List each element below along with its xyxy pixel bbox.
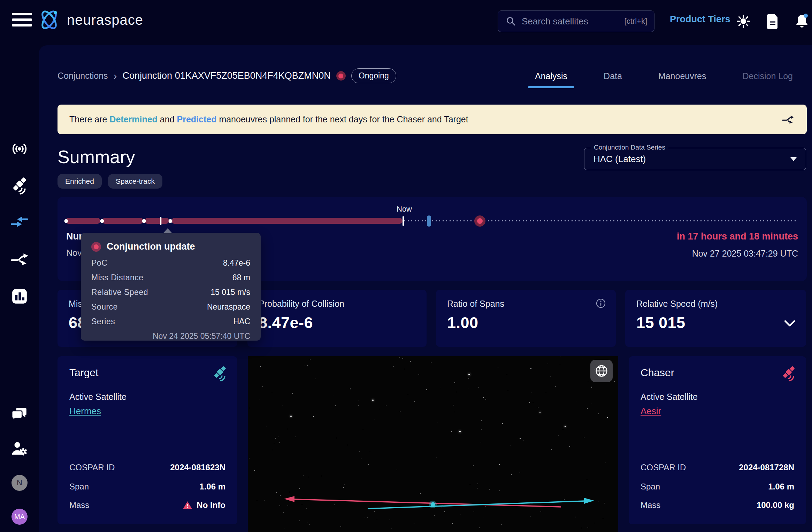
banner-text: There are Determined and Predicted manoe… bbox=[69, 114, 468, 124]
mass-value: 100.00 kg bbox=[757, 500, 794, 510]
workspace-avatar-initial: N bbox=[17, 478, 22, 487]
conjunction-3d-viewer[interactable] bbox=[248, 356, 618, 532]
poc-label: Probability of Collision bbox=[259, 299, 415, 309]
cospar-id-value: 2024-081728N bbox=[739, 463, 794, 472]
broadcast-icon bbox=[10, 140, 29, 158]
info-icon[interactable] bbox=[596, 298, 606, 309]
banner-branch-button[interactable] bbox=[781, 113, 795, 127]
span-label: Span bbox=[641, 482, 660, 492]
search-shortcut: [ctrl+k] bbox=[625, 17, 647, 26]
breadcrumb-conjunctions[interactable]: Conjunctions bbox=[58, 71, 108, 81]
conjunction-data-series-select[interactable]: Conjunction Data Series HAC (Latest) bbox=[584, 148, 806, 170]
page-title: Summary bbox=[58, 146, 135, 167]
timeline-segment[interactable] bbox=[66, 218, 100, 224]
relative-speed-value: 15 015 bbox=[636, 314, 795, 332]
chaser-card: Chaser Active Satellite Aesir COSPAR ID … bbox=[629, 356, 806, 524]
chevron-right-icon: › bbox=[114, 71, 117, 80]
sidebar-item-analytics[interactable] bbox=[11, 288, 28, 305]
page-tabs: Analysis Data Manoeuvres Decision Log bbox=[528, 68, 800, 88]
chip-space-track[interactable]: Space-track bbox=[108, 174, 162, 189]
chaser-type: Active Satellite bbox=[641, 392, 698, 402]
timeline-now-tick bbox=[403, 216, 404, 226]
left-sidebar: N MA bbox=[0, 43, 39, 532]
user-settings-icon bbox=[10, 440, 29, 458]
tab-analysis[interactable]: Analysis bbox=[528, 68, 574, 88]
timeline-segment[interactable] bbox=[171, 218, 403, 224]
sidebar-item-conjunctions-active[interactable] bbox=[10, 212, 29, 231]
chaser-satellite-link[interactable]: Aesir bbox=[641, 406, 661, 417]
target-title: Target bbox=[69, 367, 225, 379]
satellite-icon-pink bbox=[780, 365, 797, 381]
app-root: neuraspace Search satellites [ctrl+k] Pr… bbox=[0, 0, 812, 532]
breadcrumb-current: Conjunction 01KAXVF5Z05EB0N4F4KQBZMN0N bbox=[123, 70, 331, 81]
tab-manoeuvres[interactable]: Manoeuvres bbox=[651, 68, 713, 88]
target-direction-arrowhead bbox=[284, 496, 294, 502]
status-badge: Ongoing bbox=[351, 68, 396, 83]
search-placeholder: Search satellites bbox=[522, 16, 620, 27]
user-avatar[interactable]: MA bbox=[12, 509, 28, 525]
timeline-event-dot[interactable] bbox=[100, 219, 104, 223]
tooltip-row-value: Neuraspace bbox=[207, 302, 250, 312]
card-ratio-of-spans: Ratio of Spans 1.00 bbox=[436, 290, 616, 347]
span-value: 1.06 m bbox=[768, 482, 794, 492]
sidebar-item-broadcast[interactable] bbox=[10, 140, 29, 158]
timeline-event-dot[interactable] bbox=[169, 219, 173, 223]
conjunction-update-dot bbox=[91, 242, 101, 252]
timeline-selected-tick[interactable] bbox=[160, 217, 161, 225]
breadcrumb: Conjunctions › Conjunction 01KAXVF5Z05EB… bbox=[58, 68, 396, 83]
conjunction-update-tooltip: Conjunction update PoC8.47e-6 Miss Dista… bbox=[81, 233, 261, 341]
expand-chevron-icon[interactable] bbox=[784, 320, 796, 327]
globe-view-button[interactable] bbox=[590, 360, 613, 382]
tooltip-row-label: Series bbox=[91, 317, 115, 326]
mass-label: Mass bbox=[641, 500, 660, 510]
sidebar-item-satellites[interactable] bbox=[10, 176, 29, 195]
timeline-event-dot[interactable] bbox=[64, 219, 68, 223]
timeline-tca-marker[interactable] bbox=[474, 215, 485, 227]
series-select-value: HAC (Latest) bbox=[593, 154, 646, 165]
banner-determined-link[interactable]: Determined bbox=[109, 114, 158, 124]
analytics-icon bbox=[11, 288, 28, 305]
tooltip-row-value: 15 015 m/s bbox=[210, 288, 250, 297]
notifications-button[interactable] bbox=[793, 13, 811, 30]
menu-icon[interactable] bbox=[12, 13, 32, 30]
timeline-now-label: Now bbox=[397, 205, 412, 214]
chip-enriched[interactable]: Enriched bbox=[58, 174, 102, 189]
sidebar-item-account-settings[interactable] bbox=[10, 440, 29, 458]
span-value: 1.06 m bbox=[199, 482, 225, 492]
brand-name: neuraspace bbox=[67, 12, 143, 28]
bell-icon bbox=[794, 13, 810, 30]
search-input[interactable]: Search satellites [ctrl+k] bbox=[498, 10, 654, 32]
timeline-manoeuvre-marker[interactable] bbox=[427, 215, 431, 227]
tooltip-row-label: PoC bbox=[91, 258, 107, 268]
tooltip-row-label: Miss Distance bbox=[91, 273, 144, 282]
docs-button[interactable] bbox=[764, 13, 781, 30]
timeline-segment[interactable] bbox=[145, 218, 169, 224]
timeline-event-dot[interactable] bbox=[142, 219, 146, 223]
mass-value: No Info bbox=[197, 500, 225, 510]
workspace-avatar[interactable]: N bbox=[12, 475, 28, 491]
brand-logo[interactable]: neuraspace bbox=[37, 8, 143, 32]
tooltip-pointer bbox=[163, 228, 172, 233]
tab-decision-log[interactable]: Decision Log bbox=[735, 68, 800, 88]
target-satellite-link[interactable]: Hermes bbox=[69, 406, 101, 417]
tab-data[interactable]: Data bbox=[597, 68, 629, 88]
user-avatar-initials: MA bbox=[14, 513, 25, 521]
theme-toggle-button[interactable] bbox=[735, 13, 752, 30]
target-type: Active Satellite bbox=[69, 392, 127, 402]
manoeuvre-branch-icon bbox=[10, 250, 29, 269]
timeline-segment[interactable] bbox=[102, 218, 143, 224]
card-probability-of-collision: Probability of Collision 8.47e-6 bbox=[247, 290, 427, 347]
neuraspace-orbit-icon bbox=[37, 8, 61, 32]
branch-arrows-icon bbox=[781, 113, 795, 127]
target-card: Target Active Satellite Hermes COSPAR ID… bbox=[58, 356, 237, 524]
sidebar-item-manoeuvres[interactable] bbox=[10, 250, 29, 269]
tooltip-timestamp: Nov 24 2025 05:57:40 UTC bbox=[91, 332, 250, 341]
product-tiers-link[interactable]: Product Tiers bbox=[670, 14, 730, 25]
conjunction-point-dot bbox=[431, 502, 435, 507]
ratio-of-spans-value: 1.00 bbox=[447, 314, 605, 332]
banner-predicted-link[interactable]: Predicted bbox=[177, 114, 217, 124]
cospar-id-label: COSPAR ID bbox=[69, 463, 115, 472]
sidebar-item-chat[interactable] bbox=[11, 406, 28, 424]
cospar-id-label: COSPAR ID bbox=[641, 463, 686, 472]
next-conjunction-timestamp: Nov 27 2025 03:47:29 UTC bbox=[692, 249, 798, 259]
